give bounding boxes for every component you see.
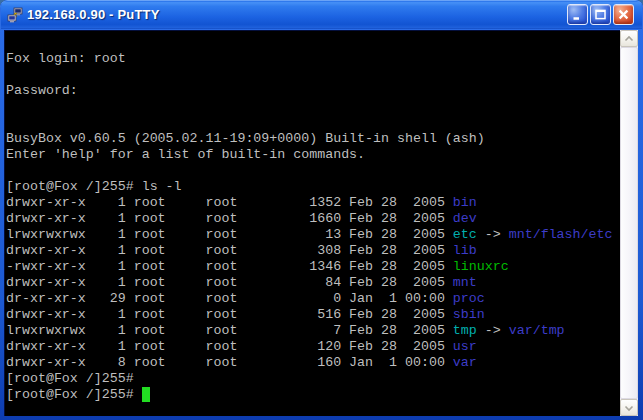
minimize-icon: [570, 7, 585, 22]
terminal-text: lrwxrwxrwx 1 root root 7 Feb 28 2005: [6, 323, 453, 338]
terminal-line: Enter 'help' for a list of built-in comm…: [6, 147, 620, 163]
terminal-line: drwxr-xr-x 1 root root 1660 Feb 28 2005 …: [6, 211, 620, 227]
terminal-line: -rwxr-xr-x 1 root root 1346 Feb 28 2005 …: [6, 259, 620, 275]
window-title: 192.168.0.90 - PuTTY: [27, 7, 567, 22]
terminal-text: Password:: [6, 83, 78, 98]
terminal-text: [root@Fox /]255# ls -l: [6, 179, 182, 194]
terminal-line: BusyBox v0.60.5 (2005.02.11-19:09+0000) …: [6, 131, 620, 147]
title-bar[interactable]: 192.168.0.90 - PuTTY: [0, 0, 643, 29]
terminal-text: tmp: [453, 323, 477, 338]
terminal-cursor: [142, 387, 150, 402]
terminal-text: [root@Fox /]255#: [6, 371, 134, 386]
terminal-text: etc: [453, 227, 477, 242]
window-controls: [567, 4, 634, 25]
terminal-text: dev: [453, 211, 477, 226]
close-button[interactable]: [613, 4, 634, 25]
terminal-line: dr-xr-xr-x 29 root root 0 Jan 1 00:00 pr…: [6, 291, 620, 307]
terminal-line: [root@Fox /]255#: [6, 371, 620, 387]
terminal-text: -rwxr-xr-x 1 root root 1346 Feb 28 2005: [6, 259, 453, 274]
terminal-text: dr-xr-xr-x 29 root root 0 Jan 1 00:00: [6, 291, 453, 306]
terminal-line: lrwxrwxrwx 1 root root 7 Feb 28 2005 tmp…: [6, 323, 620, 339]
maximize-icon: [593, 7, 608, 22]
minimize-button[interactable]: [567, 4, 588, 25]
scrollbar-thumb[interactable]: [620, 47, 638, 399]
terminal-text: linuxrc: [453, 259, 509, 274]
terminal-line: [6, 163, 620, 179]
terminal-line: Fox login: root: [6, 51, 620, 67]
terminal-text: bin: [453, 195, 477, 210]
terminal-line: [root@Fox /]255# ls -l: [6, 179, 620, 195]
terminal-line: [6, 67, 620, 83]
terminal-text: drwxr-xr-x 1 root root 1352 Feb 28 2005: [6, 195, 453, 210]
scrollbar-up-button[interactable]: [620, 30, 638, 47]
terminal-line: [root@Fox /]255#: [6, 387, 620, 403]
terminal-line: [6, 115, 620, 131]
scrollbar[interactable]: [620, 30, 638, 416]
terminal-text: [root@Fox /]255#: [6, 387, 142, 402]
putty-window: 192.168.0.90 - PuTTY Fox lo: [0, 0, 643, 420]
terminal-text: drwxr-xr-x 8 root root 160 Jan 1 00:00: [6, 355, 453, 370]
terminal-text: var/tmp: [509, 323, 565, 338]
terminal-text: proc: [453, 291, 485, 306]
terminal-line: drwxr-xr-x 1 root root 308 Feb 28 2005 l…: [6, 243, 620, 259]
chevron-down-icon: [624, 404, 634, 412]
terminal-text: drwxr-xr-x 1 root root 1660 Feb 28 2005: [6, 211, 453, 226]
terminal-text: BusyBox v0.60.5 (2005.02.11-19:09+0000) …: [6, 131, 485, 146]
close-icon: [616, 7, 631, 22]
terminal-text: lib: [453, 243, 477, 258]
terminal-line: [6, 99, 620, 115]
terminal-line: drwxr-xr-x 1 root root 516 Feb 28 2005 s…: [6, 307, 620, 323]
terminal-text: drwxr-xr-x 1 root root 516 Feb 28 2005: [6, 307, 453, 322]
window-body: Fox login: root Password: BusyBox v0.60.…: [0, 29, 643, 420]
terminal-text: Fox login: root: [6, 51, 126, 66]
terminal-line: drwxr-xr-x 1 root root 1352 Feb 28 2005 …: [6, 195, 620, 211]
terminal-text: mnt/flash/etc: [509, 227, 613, 242]
terminal-line: drwxr-xr-x 1 root root 84 Feb 28 2005 mn…: [6, 275, 620, 291]
putty-app-icon: [7, 7, 23, 23]
terminal-line: drwxr-xr-x 1 root root 120 Feb 28 2005 u…: [6, 339, 620, 355]
terminal-screen[interactable]: Fox login: root Password: BusyBox v0.60.…: [4, 30, 620, 416]
terminal-text: lrwxrwxrwx 1 root root 13 Feb 28 2005: [6, 227, 453, 242]
terminal-text: drwxr-xr-x 1 root root 308 Feb 28 2005: [6, 243, 453, 258]
terminal-line: lrwxrwxrwx 1 root root 13 Feb 28 2005 et…: [6, 227, 620, 243]
terminal-line: drwxr-xr-x 8 root root 160 Jan 1 00:00 v…: [6, 355, 620, 371]
terminal-text: var: [453, 355, 477, 370]
terminal-line: Password:: [6, 83, 620, 99]
terminal-text: drwxr-xr-x 1 root root 84 Feb 28 2005: [6, 275, 453, 290]
terminal-text: sbin: [453, 307, 485, 322]
terminal-text: ->: [477, 323, 509, 338]
scrollbar-down-button[interactable]: [620, 399, 638, 416]
maximize-button[interactable]: [590, 4, 611, 25]
terminal-text: mnt: [453, 275, 477, 290]
terminal-text: usr: [453, 339, 477, 354]
terminal-line: [6, 35, 620, 51]
terminal-text: ->: [477, 227, 509, 242]
terminal-text: drwxr-xr-x 1 root root 120 Feb 28 2005: [6, 339, 453, 354]
chevron-up-icon: [624, 35, 634, 43]
terminal-text: Enter 'help' for a list of built-in comm…: [6, 147, 365, 162]
